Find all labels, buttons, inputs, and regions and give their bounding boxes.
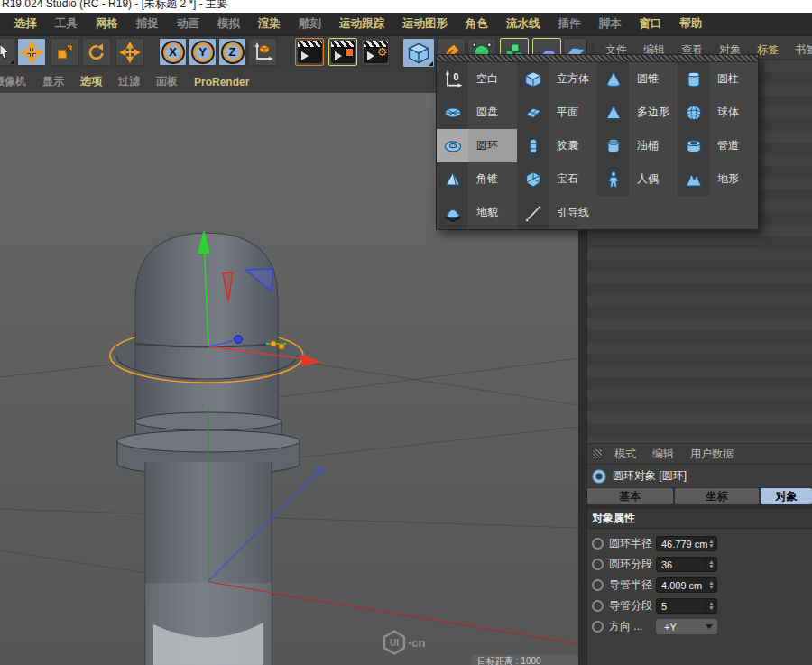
am-menu-userdata[interactable]: 用户数据 — [682, 447, 742, 462]
add-cube-primitive-button[interactable] — [402, 38, 435, 68]
menu-mesh[interactable]: 网格 — [87, 16, 127, 32]
primitive-label: 人偶 — [629, 171, 659, 187]
scale-icon — [54, 42, 76, 63]
menu-simulate[interactable]: 模拟 — [208, 16, 249, 32]
spinner-control[interactable]: ▲▼ — [706, 537, 716, 550]
animation-toggle-icon[interactable] — [592, 559, 604, 570]
primitive-item-tube[interactable]: 管道 — [678, 129, 758, 162]
primitive-item-figure[interactable]: 人偶 — [597, 162, 678, 196]
hexagon-logo-icon: UI — [383, 630, 406, 655]
menu-render[interactable]: 渲染 — [249, 16, 290, 32]
primitive-item-cylinder[interactable]: 圆柱 — [678, 62, 758, 96]
render-picture-viewer-button[interactable] — [328, 38, 357, 66]
animation-toggle-icon[interactable] — [592, 579, 604, 591]
menu-mograph[interactable]: 运动图形 — [393, 16, 457, 32]
x-axis-ring-icon: X — [161, 41, 185, 64]
flyout-corner — [429, 61, 433, 66]
landscape-icon — [684, 170, 704, 189]
field-label: 导管半径 — [609, 577, 656, 593]
pipe-segments-input[interactable]: 5 ▲▼ — [656, 598, 717, 614]
primitive-label: 圆锥 — [629, 71, 659, 87]
primitive-item-pyramid[interactable]: 角锥 — [437, 162, 517, 196]
primitive-item-plane[interactable]: 平面 — [517, 96, 597, 129]
render-settings-button[interactable]: ⚙ — [361, 38, 390, 66]
drag-grip-icon[interactable] — [592, 448, 603, 459]
plane-icon — [523, 103, 543, 123]
viewport-status-readout: 目标距离 : 1000 — [472, 655, 578, 665]
menu-character[interactable]: 角色 — [457, 16, 497, 32]
scale-tool-button[interactable] — [51, 38, 79, 66]
coordinate-axes-icon — [251, 41, 274, 64]
menu-tools[interactable]: 工具 — [46, 16, 87, 32]
render-view-button[interactable] — [295, 38, 324, 66]
am-menu-edit[interactable]: 编辑 — [644, 447, 682, 462]
tab-coordinates[interactable]: 坐标 — [675, 488, 759, 504]
spinner-control[interactable]: ▲▼ — [706, 599, 716, 613]
primitive-item-oil-tank[interactable]: 油桶 — [597, 129, 678, 162]
primitive-item-torus-selected[interactable]: 圆环 — [437, 129, 517, 162]
animation-toggle-icon[interactable] — [592, 600, 604, 612]
last-tool-button[interactable] — [115, 38, 144, 66]
primitive-item-capsule[interactable]: 胶囊 — [517, 129, 597, 162]
spinner-control[interactable]: ▲▼ — [706, 578, 716, 592]
field-value: 36 — [661, 559, 672, 570]
viewport-menu-filter[interactable]: 过滤 — [110, 74, 148, 89]
primitive-item-platonic[interactable]: 宝石 — [517, 162, 597, 196]
primitive-item-cube[interactable]: 立方体 — [517, 62, 597, 96]
lock-y-axis-button[interactable]: Y — [189, 38, 217, 66]
viewport-menu-display[interactable]: 显示 — [34, 74, 72, 89]
viewport-menu-options[interactable]: 选项 — [72, 74, 110, 89]
menu-tearoff-handle[interactable] — [437, 55, 758, 62]
viewport-menu-panel[interactable]: 面板 — [148, 74, 186, 89]
menu-plugins[interactable]: 插件 — [549, 16, 590, 32]
spinner-control[interactable]: ▲▼ — [706, 558, 716, 571]
om-menu-bookmarks[interactable]: 书签 — [787, 42, 812, 58]
torus-radius-handle-2 — [279, 344, 285, 350]
ring-radius-input[interactable]: 46.779 cm ▲▼ — [656, 536, 717, 551]
viewport-menu-prorender[interactable]: ProRender — [186, 76, 257, 88]
animation-toggle-icon[interactable] — [592, 621, 604, 633]
am-menu-mode[interactable]: 模式 — [606, 447, 644, 462]
object-properties-header[interactable]: 对象属性 — [587, 509, 812, 529]
capsule-object[interactable] — [135, 233, 278, 435]
primitive-item-cone[interactable]: 圆锥 — [597, 62, 678, 96]
menu-motion-tracker[interactable]: 运动跟踪 — [330, 16, 393, 32]
rotate-icon — [86, 42, 107, 63]
orientation-dropdown[interactable]: +Y — [656, 619, 717, 634]
menu-help[interactable]: 帮助 — [671, 16, 712, 32]
primitive-item-polygon[interactable]: 多边形 — [597, 96, 678, 129]
main-menu-bar: 选择 工具 网格 捕捉 动画 模拟 渲染 雕刻 运动跟踪 运动图形 角色 流水线… — [0, 13, 812, 36]
menu-snap[interactable]: 捕捉 — [127, 16, 168, 32]
menu-pipeline[interactable]: 流水线 — [497, 16, 549, 32]
null-icon: 0 — [443, 69, 463, 89]
menu-animate[interactable]: 动画 — [168, 16, 208, 32]
menu-script[interactable]: 脚本 — [590, 16, 631, 32]
primitive-item-relief[interactable]: 地貌 — [437, 196, 517, 229]
tab-basic[interactable]: 基本 — [587, 488, 673, 504]
animation-toggle-icon[interactable] — [592, 538, 604, 550]
torus-icon — [443, 136, 463, 156]
attribute-row-pipe-radius: 导管半径 4.009 cm ▲▼ — [587, 575, 812, 596]
pipe-radius-input[interactable]: 4.009 cm ▲▼ — [656, 577, 717, 593]
menu-sculpt[interactable]: 雕刻 — [290, 16, 330, 32]
primitive-item-guide[interactable]: 引导线 — [517, 196, 597, 229]
lock-x-axis-button[interactable]: X — [159, 38, 187, 66]
primitive-item-disc[interactable]: 圆盘 — [437, 96, 517, 129]
ring-segments-input[interactable]: 36 ▲▼ — [656, 557, 717, 572]
menu-window[interactable]: 窗口 — [631, 16, 671, 32]
svg-text:UI: UI — [390, 638, 399, 648]
move-tool-button[interactable] — [17, 38, 46, 66]
viewport-menu-cameras[interactable]: 摄像机 — [0, 74, 34, 89]
coordinate-system-button[interactable] — [248, 38, 277, 66]
lock-z-axis-button[interactable]: Z — [218, 38, 246, 66]
primitive-label: 地形 — [709, 171, 739, 187]
selection-tool-button[interactable] — [0, 38, 16, 66]
primitive-item-null[interactable]: 0 空白 — [437, 62, 517, 96]
primitive-item-sphere[interactable]: 球体 — [678, 96, 758, 129]
primitive-item-landscape[interactable]: 地形 — [678, 162, 758, 196]
rotate-tool-button[interactable] — [82, 38, 111, 66]
render-picture-viewer-icon — [331, 41, 355, 63]
menu-select[interactable]: 选择 — [5, 16, 46, 32]
attribute-row-ring-radius: 圆环半径 46.779 cm ▲▼ — [587, 533, 812, 554]
tab-object[interactable]: 对象 — [761, 488, 812, 504]
